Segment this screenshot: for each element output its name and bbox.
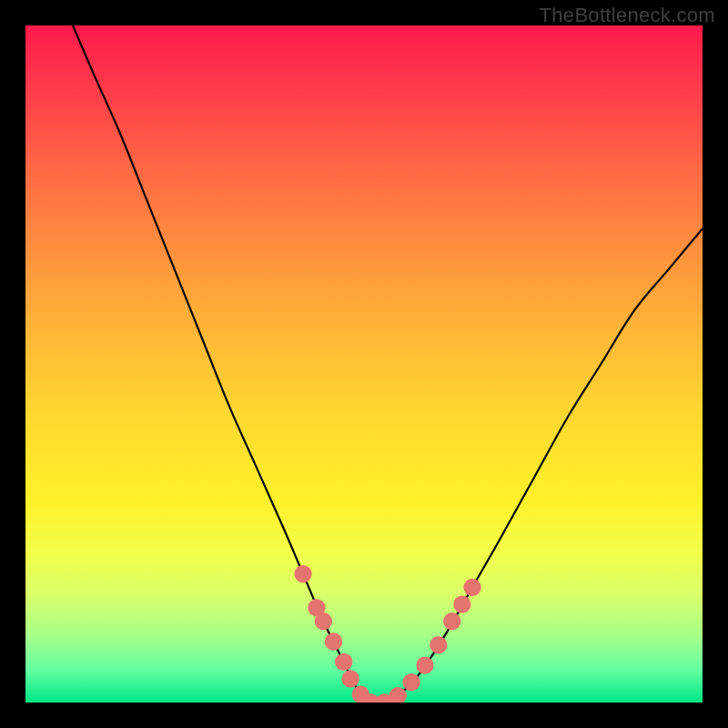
curve-marker [402, 673, 420, 691]
bottleneck-curve [25, 25, 703, 703]
curve-marker [430, 636, 447, 653]
curve-markers [294, 565, 480, 703]
curve-path [73, 25, 703, 703]
curve-marker [325, 632, 342, 650]
curve-marker [453, 595, 470, 612]
watermark-text: TheBottleneck.com [540, 4, 715, 27]
plot-area [25, 25, 703, 703]
curve-marker [341, 670, 359, 687]
curve-marker [416, 656, 433, 673]
curve-marker [463, 579, 480, 596]
curve-marker [315, 612, 332, 630]
curve-marker [294, 565, 311, 582]
curve-marker [443, 612, 460, 630]
curve-marker [335, 653, 352, 671]
chart-frame: TheBottleneck.com [0, 0, 728, 728]
